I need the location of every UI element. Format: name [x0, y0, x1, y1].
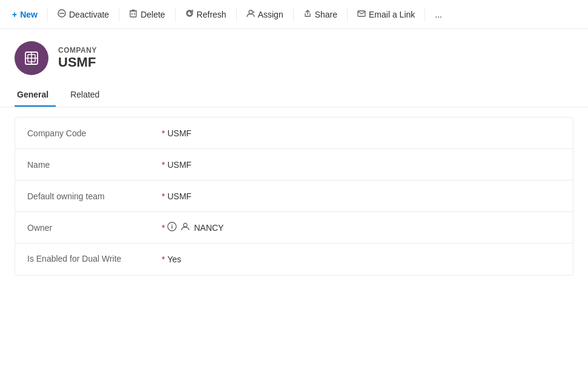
- label-name: Name: [27, 160, 160, 170]
- tab-related[interactable]: Related: [68, 85, 107, 107]
- required-is-enabled-dual-write: *: [162, 254, 165, 264]
- label-is-enabled-dual-write: Is Enabled for Dual Write: [27, 253, 160, 265]
- plus-icon: +: [12, 10, 17, 19]
- delete-button[interactable]: Delete: [122, 5, 172, 23]
- avatar: [15, 41, 48, 75]
- refresh-icon: [185, 9, 194, 19]
- required-default-owning-team: *: [162, 191, 165, 201]
- field-company-code: Company Code * USMF: [15, 118, 573, 149]
- email-icon: [357, 9, 366, 19]
- svg-point-18: [183, 223, 187, 227]
- required-company-code: *: [162, 128, 165, 138]
- tabs: General Related: [0, 85, 588, 107]
- label-default-owning-team: Default owning team: [27, 191, 160, 201]
- record-header: COMPANY USMF: [0, 29, 588, 85]
- info-icon: [167, 222, 177, 233]
- value-company-code[interactable]: USMF: [167, 128, 191, 138]
- field-owner: Owner * NANCY: [15, 212, 573, 244]
- more-button[interactable]: ...: [428, 6, 449, 23]
- new-button[interactable]: + New: [5, 6, 45, 23]
- share-button[interactable]: Share: [296, 5, 345, 23]
- label-company-code: Company Code: [27, 128, 160, 138]
- field-is-enabled-dual-write: Is Enabled for Dual Write * Yes: [15, 244, 573, 275]
- toolbar: + New Deactivate Delete Refresh Assign S…: [0, 0, 588, 29]
- separator4: [236, 7, 237, 22]
- value-default-owning-team[interactable]: USMF: [167, 191, 191, 201]
- separator6: [347, 7, 348, 22]
- person-icon: [180, 222, 190, 234]
- email-link-button[interactable]: Email a Link: [350, 5, 422, 23]
- field-default-owning-team: Default owning team * USMF: [15, 181, 573, 212]
- value-is-enabled-dual-write[interactable]: Yes: [167, 254, 181, 264]
- value-name[interactable]: USMF: [167, 160, 191, 170]
- assign-icon: [246, 9, 255, 19]
- deactivate-icon: [58, 9, 66, 19]
- record-title-block: COMPANY USMF: [58, 46, 97, 70]
- svg-rect-2: [130, 11, 136, 17]
- delete-icon: [129, 9, 137, 19]
- svg-point-17: [172, 224, 173, 225]
- field-name: Name * USMF: [15, 149, 573, 181]
- separator3: [175, 7, 176, 22]
- required-owner: *: [162, 223, 165, 233]
- record-type: COMPANY: [58, 46, 97, 55]
- separator5: [293, 7, 294, 22]
- required-name: *: [162, 160, 165, 170]
- assign-button[interactable]: Assign: [239, 5, 291, 23]
- separator7: [424, 7, 425, 22]
- record-name: USMF: [58, 55, 97, 70]
- refresh-button[interactable]: Refresh: [178, 5, 234, 23]
- tab-general[interactable]: General: [15, 85, 56, 107]
- form-container: Company Code * USMF Name * USMF Default …: [15, 117, 573, 276]
- owner-name: NANCY: [194, 223, 223, 233]
- svg-point-7: [249, 10, 253, 14]
- share-icon: [303, 9, 312, 19]
- label-owner: Owner: [27, 223, 160, 233]
- separator2: [119, 7, 119, 22]
- separator: [47, 7, 48, 22]
- value-owner[interactable]: NANCY: [167, 222, 223, 234]
- deactivate-button[interactable]: Deactivate: [50, 5, 116, 23]
